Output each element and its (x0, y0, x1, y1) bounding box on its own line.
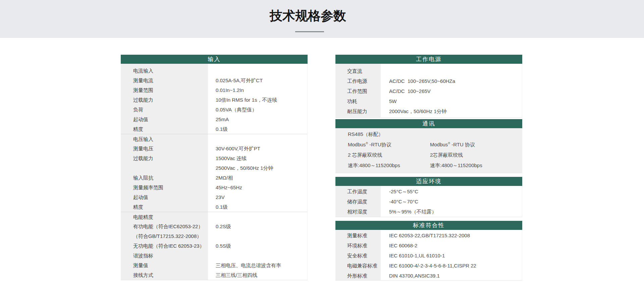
spec-label (121, 163, 208, 173)
section-header-input: 输入 (121, 55, 308, 64)
spec-value (381, 66, 522, 76)
spec-row: 负荷0.05VA（典型值） (121, 105, 307, 114)
title-banner: 技术规格参数 (0, 0, 644, 38)
spec-row: 谐波指标 (121, 251, 307, 260)
spec-label: 起动值 (121, 114, 208, 124)
spec-label: 测量标准 (335, 231, 381, 241)
spec-value: 0.1级 (208, 202, 307, 212)
section-header-power: 工作电源 (335, 55, 522, 64)
spec-row: 工作温度-25°C～55°C (335, 187, 522, 197)
env-rows: 工作温度-25°C～55°C储存温度-40°C～70°C相对湿度5%～95%（不… (335, 187, 522, 217)
spec-value (208, 66, 307, 76)
spec-value: 三相三线/三相四线 (208, 270, 307, 280)
spec-label: 测量范围 (121, 85, 208, 95)
comm-table-body: RS485（标配）Modbus® -RTU协议Modbus® -RTU 协议2 … (335, 128, 522, 173)
spec-row: 测量标准IEC 62053-22,GB/T17215.322-2008 (335, 231, 522, 241)
power-supply-table: 工作电源 交直流工作电源AC/DC 100~265V,50~60HZa工作范围A… (335, 55, 522, 118)
spec-value: DIN 43700,ANSIC39.1 (381, 271, 522, 281)
section-header-comm: 通讯 (335, 119, 522, 128)
spec-value: 2500Vac，50/60Hz 1分钟 (208, 163, 307, 173)
spec-value: 25mA (208, 114, 307, 124)
spec-label: 无功电能（符合IEC 62053-23） (121, 241, 208, 251)
spec-value: 2000Vac，50/60Hz 1分钟 (381, 106, 522, 116)
spec-row: 精度0.1级 (121, 124, 307, 134)
spec-row: 安全标准IEC 61010-1,UL 61010-1 (335, 251, 522, 261)
spec-value: 0.1级 (208, 124, 307, 134)
spec-row: 电能精度 (121, 212, 307, 221)
spec-row: 储存温度-40°C～70°C (335, 197, 522, 207)
spec-label: 输入阻抗 (121, 173, 208, 183)
spec-value: 0.05VA（典型值） (208, 105, 307, 114)
spec-value: 5W (381, 96, 522, 106)
spec-label: 负荷 (121, 105, 208, 114)
power-table-body: 交直流工作电源AC/DC 100~265V,50~60HZa工作范围AC/DC … (335, 64, 522, 118)
spec-label: 接线方式 (121, 270, 208, 280)
spec-label: 测量值 (121, 260, 208, 270)
comm-cell (430, 129, 522, 139)
spec-row: 过载能力1500Vac 连续 (121, 153, 307, 163)
spec-value: -25°C～55°C (381, 187, 522, 197)
spec-row: 起动值23V (121, 192, 307, 202)
comm-rows: RS485（标配）Modbus® -RTU协议Modbus® -RTU 协议2 … (335, 129, 522, 170)
spec-row: 过载能力10倍In RMS for 1s，不连续 (121, 95, 307, 105)
registered-trademark-sup: ® (366, 142, 368, 145)
spec-value: IEC 61010-1,UL 61010-1 (381, 251, 522, 261)
spec-value (208, 134, 307, 144)
spec-value (208, 231, 307, 241)
spec-row: 电流输入 (121, 66, 307, 76)
spec-value: 0.2S级 (208, 221, 307, 231)
spec-value: 45Hz~65Hz (208, 183, 307, 192)
spec-row: 2500Vac，50/60Hz 1分钟 (121, 163, 307, 173)
spec-value: 5%～95%（不结露） (381, 207, 522, 217)
spec-value (208, 212, 307, 221)
comm-cell: Modbus® -RTU协议 (335, 139, 430, 150)
spec-label: 过载能力 (121, 153, 208, 163)
input-spec-table: 输入 电流输入测量电流0.025A-5A,可外扩CT测量范围0.01In~1.2… (121, 55, 308, 280)
spec-value: 0.025A-5A,可外扩CT (208, 76, 307, 85)
spec-row: 功耗5W (335, 96, 522, 106)
comm-cell: Modbus® -RTU 协议 (430, 139, 522, 150)
comm-row: Modbus® -RTU协议Modbus® -RTU 协议 (335, 139, 522, 150)
spec-value: 三相电压、电流总谐波含有率 (208, 260, 307, 270)
environment-table: 适应环境 工作温度-25°C～55°C储存温度-40°C～70°C相对湿度5%～… (335, 177, 522, 217)
spec-row: 交直流 (335, 66, 522, 76)
spec-row: 测量值三相电压、电流总谐波含有率 (121, 260, 307, 270)
spec-label: 外形标准 (335, 271, 381, 281)
spec-label: （符合GB/T17215.322-2008） (121, 231, 208, 241)
spec-row: 接线方式三相三线/三相四线 (121, 270, 307, 280)
spec-row: 输入阻抗2MΩ/相 (121, 173, 307, 183)
spec-row: 工作范围AC/DC 100~265V (335, 86, 522, 96)
spec-page: 技术规格参数 输入 电流输入测量电流0.025A-5A,可外扩CT测量范围0.0… (0, 0, 644, 296)
spec-label: 有功电能（符合IEC62053-22） (121, 221, 208, 231)
spec-value: IEC 60068-2 (381, 241, 522, 251)
spec-value: -40°C～70°C (381, 197, 522, 207)
spec-value: AC/DC 100~265V,50~60HZa (381, 76, 522, 86)
input-table-body: 电流输入测量电流0.025A-5A,可外扩CT测量范围0.01In~1.2In过… (121, 64, 308, 280)
registered-trademark-sup: ® (448, 142, 450, 145)
spec-label: 交直流 (335, 66, 381, 76)
spec-row: （符合GB/T17215.322-2008） (121, 231, 307, 241)
spec-label: 电压输入 (121, 134, 208, 144)
spec-label: 电磁兼容标准 (335, 261, 381, 271)
spec-row: 环境标准IEC 60068-2 (335, 241, 522, 251)
spec-label: 起动值 (121, 192, 208, 202)
comm-cell: 速率:4800～115200bps (430, 160, 522, 170)
spec-row: 有功电能（符合IEC62053-22）0.2S级 (121, 221, 307, 231)
spec-value: 2MΩ/相 (208, 173, 307, 183)
spec-label: 测量频率范围 (121, 183, 208, 192)
spec-row: 电压输入 (121, 134, 307, 144)
spec-label: 相对湿度 (335, 207, 381, 217)
spec-value: 10倍In RMS for 1s，不连续 (208, 95, 307, 105)
title-underline (295, 31, 324, 32)
spec-value: AC/DC 100~265V (381, 86, 522, 96)
spec-row: 工作电源AC/DC 100~265V,50~60HZa (335, 76, 522, 86)
comm-row: 2 芯屏蔽双绞线2芯屏蔽双绞线 (335, 150, 522, 160)
standards-rows: 测量标准IEC 62053-22,GB/T17215.322-2008环境标准I… (335, 231, 522, 281)
spec-row: 电磁兼容标准IEC 61000-4/-2-3-4-5-6-8-11,CISPR … (335, 261, 522, 271)
env-table-body: 工作温度-25°C～55°C储存温度-40°C～70°C相对湿度5%～95%（不… (335, 186, 522, 217)
spec-value: 23V (208, 192, 307, 202)
spec-value: IEC 61000-4/-2-3-4-5-6-8-11,CISPR 22 (381, 261, 522, 271)
spec-label: 电能精度 (121, 212, 208, 221)
comm-row: 速率:4800～115200bps速率:4800～115200bps (335, 160, 522, 170)
spec-label: 功耗 (335, 96, 381, 106)
